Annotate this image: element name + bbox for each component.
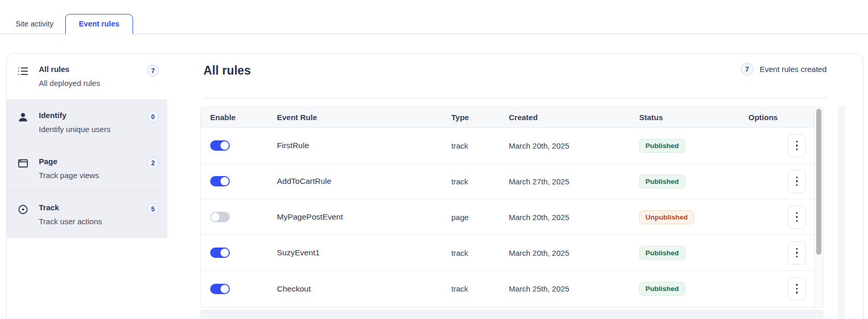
enable-toggle[interactable] (210, 248, 230, 258)
sidebar-item-title: Identify (39, 111, 110, 120)
tab-event-rules[interactable]: Event rules (65, 14, 133, 34)
kebab-dot (796, 177, 798, 179)
window-icon (17, 157, 29, 169)
column-header-enable: Enable (210, 113, 277, 122)
user-icon (17, 111, 29, 123)
kebab-dot (796, 292, 798, 294)
table-header-row: EnableEvent RuleTypeCreatedStatusOptions (201, 107, 814, 128)
toggle-knob (220, 141, 229, 150)
table-row: SuzyEvent1 track March 20th, 2025 Publis… (201, 235, 814, 271)
event-rule-type: track (451, 284, 509, 293)
table-row: AddToCartRule track March 27th, 2025 Pub… (201, 164, 814, 199)
rule-type-sidebar: All rules All deployed rules 7 Identify … (7, 54, 167, 238)
enable-toggle[interactable] (210, 140, 230, 151)
sidebar-item-page[interactable]: Page Track page views 2 (7, 146, 167, 192)
tab-bar: Site activity Event rules (0, 0, 868, 34)
sidebar-item-count-badge: 0 (147, 111, 159, 123)
status-badge: Unpublished (639, 210, 694, 224)
sidebar-item-title: Track (39, 203, 102, 212)
sidebar-item-identify[interactable]: Identify Identify unique users 0 (7, 100, 167, 146)
table-row: FirstRule track March 20th, 2025 Publish… (201, 128, 814, 164)
toggle-knob (220, 249, 229, 257)
enable-toggle[interactable] (210, 212, 230, 222)
kebab-dot (796, 256, 798, 258)
kebab-dot (796, 184, 798, 186)
event-rule-created: March 27th, 2025 (509, 177, 639, 186)
event-rule-created: March 20th, 2025 (509, 141, 639, 150)
enable-toggle[interactable] (210, 284, 230, 294)
status-badge: Published (639, 246, 685, 260)
options-kebab-button[interactable] (788, 241, 806, 265)
event-rules-panel: All rules All deployed rules 7 Identify … (6, 53, 863, 319)
toggle-knob (211, 213, 219, 221)
kebab-dot (796, 288, 798, 290)
created-count-label: Event rules created (760, 65, 827, 74)
kebab-dot (796, 141, 798, 143)
sidebar-item-subtitle: Identify unique users (39, 125, 110, 134)
event-rule-created: March 25th, 2025 (509, 284, 639, 293)
event-rule-name: SuzyEvent1 (277, 248, 451, 257)
table-footer-strip (200, 310, 823, 319)
sidebar-item-count-badge: 5 (147, 203, 159, 215)
target-icon (17, 204, 29, 215)
event-rule-type: page (451, 213, 509, 222)
column-header-status: Status (639, 113, 748, 122)
options-kebab-button[interactable] (788, 206, 806, 229)
kebab-dot (796, 284, 798, 286)
sidebar-item-track[interactable]: Track Track user actions 5 (7, 192, 167, 238)
event-rule-type: track (451, 249, 509, 257)
kebab-dot (796, 149, 798, 151)
column-header-event-rule: Event Rule (277, 113, 451, 122)
table-row: Checkout track March 25th, 2025 Publishe… (201, 271, 814, 307)
table-row: MyPagePostEvent page March 20th, 2025 Un… (201, 199, 814, 235)
kebab-dot (796, 212, 798, 214)
heading-divider (203, 98, 828, 98)
enable-toggle[interactable] (210, 176, 230, 186)
status-badge: Published (639, 282, 685, 296)
options-kebab-button[interactable] (788, 277, 806, 300)
sidebar-item-count-badge: 7 (147, 65, 159, 77)
kebab-dot (796, 252, 798, 254)
panel-scrollbar-track[interactable] (838, 105, 845, 319)
sidebar-item-subtitle: Track user actions (39, 217, 102, 226)
event-rule-type: track (451, 177, 509, 186)
sidebar-item-all-rules[interactable]: All rules All deployed rules 7 (7, 54, 167, 100)
column-header-type: Type (451, 113, 509, 122)
kebab-dot (796, 180, 798, 182)
table-scrollbar-thumb[interactable] (816, 109, 821, 255)
status-badge: Published (639, 139, 685, 153)
event-rule-created: March 20th, 2025 (509, 249, 639, 257)
event-rule-name: FirstRule (277, 141, 451, 150)
list-icon (17, 65, 29, 77)
sidebar-item-subtitle: All deployed rules (39, 79, 100, 88)
event-rule-type: track (451, 141, 509, 150)
tab-site-activity[interactable]: Site activity (6, 14, 63, 34)
sidebar-item-title: Page (39, 157, 99, 166)
event-rule-name: AddToCartRule (277, 177, 451, 186)
rules-table: EnableEvent RuleTypeCreatedStatusOptions… (200, 107, 823, 308)
kebab-dot (796, 248, 798, 250)
options-kebab-button[interactable] (788, 170, 806, 193)
kebab-dot (796, 144, 798, 147)
event-rule-created: March 20th, 2025 (509, 213, 639, 222)
sidebar-item-title: All rules (39, 65, 100, 74)
event-rule-name: MyPagePostEvent (277, 212, 451, 222)
event-rules-created-summary: 7 Event rules created (741, 63, 827, 76)
column-header-options: Options (748, 113, 814, 122)
table-scrollbar-track (815, 107, 823, 307)
kebab-dot (796, 220, 798, 222)
column-header-created: Created (509, 113, 639, 122)
status-badge: Published (639, 175, 685, 189)
sidebar-item-subtitle: Track page views (39, 171, 99, 180)
created-count-badge: 7 (741, 63, 754, 76)
toggle-knob (220, 285, 229, 293)
toggle-knob (220, 177, 229, 185)
page-title: All rules (203, 64, 251, 78)
event-rule-name: Checkout (277, 284, 451, 294)
options-kebab-button[interactable] (788, 134, 806, 157)
kebab-dot (796, 216, 798, 218)
sidebar-item-count-badge: 2 (147, 157, 159, 169)
